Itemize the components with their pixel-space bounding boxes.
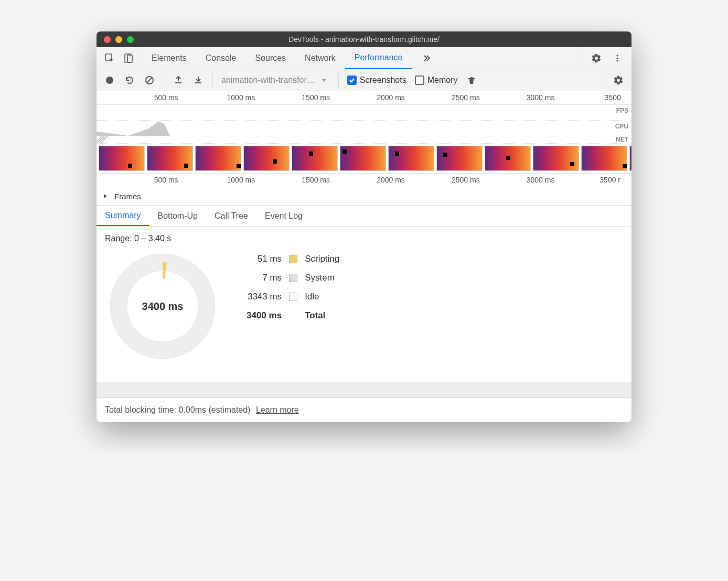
legend-label: System	[305, 273, 339, 283]
reload-record-button[interactable]	[124, 74, 135, 86]
svg-rect-9	[175, 82, 181, 83]
save-profile-button[interactable]	[192, 74, 204, 86]
ruler-tick: 3000 ms	[527, 93, 555, 102]
screenshot-thumb[interactable]	[581, 146, 627, 171]
legend-ms: 7 ms	[247, 273, 282, 283]
legend-swatch-scripting	[289, 255, 297, 263]
legend-ms: 3343 ms	[247, 292, 282, 302]
divider	[212, 73, 213, 88]
cpu-graph	[97, 121, 611, 136]
screenshot-thumb[interactable]	[195, 146, 241, 171]
titlebar: DevTools - animation-with-transform.glit…	[97, 31, 631, 47]
tab-elements[interactable]: Elements	[142, 47, 196, 69]
tab-sources[interactable]: Sources	[245, 47, 295, 69]
svg-point-4	[616, 57, 618, 59]
screenshot-thumb[interactable]	[533, 146, 579, 171]
net-label: NET	[616, 136, 628, 143]
fps-lane: FPS	[97, 105, 631, 121]
legend-swatch-system	[289, 274, 297, 282]
zoom-window-button[interactable]	[127, 36, 134, 43]
svg-point-3	[616, 55, 618, 56]
svg-line-8	[147, 78, 152, 83]
bottom-status: Total blocking time: 0.00ms (estimated) …	[97, 398, 631, 422]
minimize-window-button[interactable]	[115, 36, 122, 43]
screenshot-thumb[interactable]	[99, 146, 145, 171]
legend-label: Total	[305, 310, 339, 321]
kebab-menu-icon[interactable]	[612, 52, 623, 64]
ruler-tick: 3500	[605, 93, 621, 102]
ruler-tick: 500 ms	[154, 93, 178, 102]
fps-label: FPS	[616, 107, 628, 114]
svg-point-6	[106, 77, 113, 84]
close-window-button[interactable]	[104, 36, 111, 43]
record-button[interactable]	[104, 74, 115, 86]
window-title: DevTools - animation-with-transform.glit…	[97, 35, 631, 44]
inspect-element-icon[interactable]	[104, 52, 115, 64]
details-tabs: Summary Bottom-Up Call Tree Event Log	[97, 206, 631, 227]
ruler-tick: 3000 ms	[527, 176, 555, 184]
screenshot-thumb[interactable]	[292, 146, 338, 171]
load-profile-button[interactable]	[173, 74, 184, 86]
summary-panel: Range: 0 – 3.40 s 3400 ms 51 ms Scriptin…	[97, 227, 631, 382]
legend-ms: 3400 ms	[247, 310, 282, 321]
ruler-tick: 1500 ms	[302, 93, 330, 102]
tab-network[interactable]: Network	[295, 47, 345, 69]
ruler-tick: 1000 ms	[227, 93, 255, 102]
overview-ruler: 500 ms 1000 ms 1500 ms 2000 ms 2500 ms 3…	[97, 91, 631, 105]
ruler-tick: 3500 r	[599, 176, 620, 184]
trash-button[interactable]	[466, 74, 477, 86]
settings-gear-icon[interactable]	[591, 52, 602, 64]
net-lane: NET	[97, 136, 631, 144]
summary-legend: 51 ms Scripting 7 ms System 3343 ms Idle…	[247, 254, 339, 321]
tab-console[interactable]: Console	[196, 47, 246, 69]
subtab-event-log[interactable]: Event Log	[256, 206, 311, 226]
screenshot-thumb[interactable]	[147, 146, 193, 171]
screenshots-label: Screenshots	[360, 76, 406, 85]
learn-more-link[interactable]: Learn more	[256, 405, 299, 414]
devtools-window: DevTools - animation-with-transform.glit…	[97, 31, 631, 422]
legend-label: Idle	[305, 292, 339, 302]
cpu-lane: CPU	[97, 121, 631, 136]
ruler-tick: 2000 ms	[377, 93, 405, 102]
flamechart[interactable]: 500 ms 1000 ms 1500 ms 2000 ms 2500 ms 3…	[97, 174, 631, 206]
screenshot-thumb[interactable]	[485, 146, 531, 171]
ruler-tick: 500 ms	[154, 176, 178, 184]
screenshot-thumb[interactable]	[388, 146, 434, 171]
tab-performance[interactable]: Performance	[345, 47, 412, 69]
checkbox-icon	[347, 76, 357, 85]
screenshot-thumb[interactable]	[243, 146, 290, 171]
clear-button[interactable]	[144, 74, 155, 86]
profile-select-label: animation-with-transfor…	[221, 76, 315, 85]
divider	[604, 73, 604, 88]
traffic-lights	[97, 36, 134, 43]
triangle-right-icon	[100, 190, 111, 202]
screenshots-checkbox[interactable]: Screenshots	[347, 76, 406, 85]
summary-donut: 3400 ms	[110, 254, 215, 359]
ruler-tick: 2500 ms	[452, 93, 480, 102]
frames-disclosure[interactable]: Frames	[97, 187, 631, 205]
memory-checkbox[interactable]: Memory	[415, 76, 458, 85]
screenshot-thumb[interactable]	[340, 146, 386, 171]
screenshot-thumb[interactable]	[436, 146, 483, 171]
subtab-call-tree[interactable]: Call Tree	[206, 206, 256, 226]
svg-rect-2	[127, 55, 132, 62]
main-tabs: Elements Console Sources Network Perform…	[142, 47, 582, 69]
divider	[164, 73, 164, 88]
main-tabbar: Elements Console Sources Network Perform…	[97, 47, 631, 69]
donut-total: 3400 ms	[142, 300, 184, 313]
subtab-summary[interactable]: Summary	[97, 206, 149, 226]
performance-toolbar: animation-with-transfor… Screenshots Mem…	[97, 69, 631, 91]
device-toolbar-icon[interactable]	[123, 52, 134, 64]
memory-label: Memory	[427, 76, 458, 85]
subtab-bottom-up[interactable]: Bottom-Up	[149, 206, 206, 226]
svg-rect-10	[195, 82, 201, 83]
profile-select[interactable]: animation-with-transfor…	[221, 74, 330, 86]
resize-strip[interactable]	[97, 382, 631, 398]
range-label: Range: 0 – 3.40 s	[105, 234, 623, 243]
frames-label: Frames	[114, 192, 141, 201]
screenshot-thumb[interactable]	[629, 146, 631, 171]
chevron-double-right-icon	[421, 52, 433, 64]
capture-settings-gear-icon[interactable]	[613, 74, 624, 86]
tab-overflow[interactable]	[412, 47, 442, 69]
timeline-overview[interactable]: 500 ms 1000 ms 1500 ms 2000 ms 2500 ms 3…	[97, 91, 631, 174]
